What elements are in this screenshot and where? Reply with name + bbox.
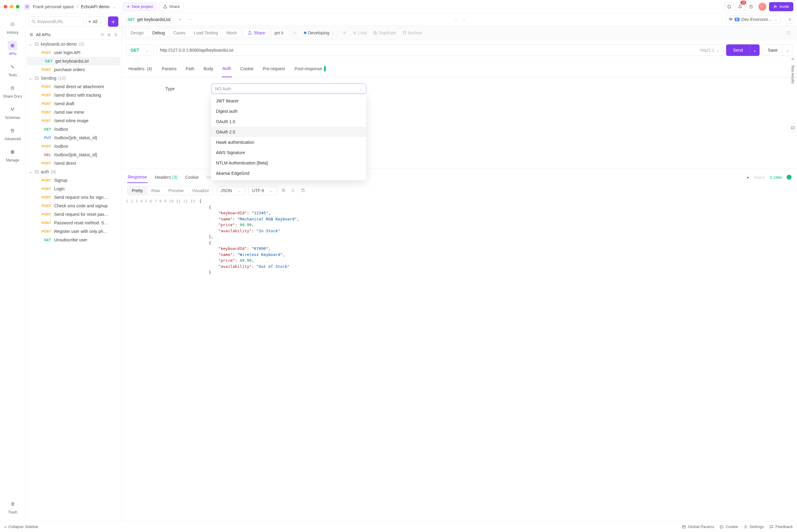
breadcrumb-project[interactable]: EchoAPI demo [81,4,109,9]
collapse-sidebar-button[interactable]: « Collapse Sidebar [4,525,38,529]
status-select[interactable]: Developing ⌄ [301,28,338,37]
mode-cases[interactable]: Cases [169,28,190,37]
folder-keyboardlist-demo[interactable]: ⌄keyboardList-demo (3) [25,40,122,48]
minimize-window-icon[interactable] [10,5,13,8]
mode-mock[interactable]: Mock [222,28,241,37]
info-icon[interactable] [785,31,793,35]
avatar[interactable] [758,2,766,11]
api-item[interactable]: POST/send raw mime [25,108,122,116]
tab-resp-headers[interactable]: Headers (3) [154,172,178,183]
chevron-down-icon[interactable]: ⌄ [749,45,760,56]
refresh-icon[interactable]: ⟳ [101,32,104,37]
method-select[interactable]: GET ⌄ [126,44,154,56]
chevron-down-icon[interactable]: ⌄ [782,45,793,56]
api-item[interactable]: POST/send direct w/ attachment [25,82,122,91]
rail-schemas[interactable]: Schemas [3,101,22,123]
api-item[interactable]: POSTSignup [25,176,122,185]
view-raw[interactable]: Raw [147,186,164,195]
filter-select[interactable]: All ⌄ [86,16,106,27]
rail-trash[interactable]: Trash [0,496,25,517]
breadcrumb-space[interactable]: Frank personal space [33,4,74,9]
mode-design[interactable]: Design [126,28,148,37]
tab-path[interactable]: Path [185,60,195,77]
name-input[interactable]: get k [272,28,289,37]
auth-option[interactable]: NTLM Authentication [Beta] [211,158,366,168]
sort-icon[interactable]: ⇅ [114,32,118,37]
auth-option[interactable]: Digest auth [211,106,366,116]
send-button[interactable]: Send ⌄ [726,44,760,56]
api-item[interactable]: POST/send direct with tracking [25,91,122,99]
search-input[interactable]: Keyword/URL [29,16,84,27]
archive-button[interactable]: Archive [401,31,424,35]
tab-next-icon[interactable]: › [462,17,467,22]
response-body[interactable]: 1 2 3 4 5 6 7 8 9 10 11 12 13 [ { "keybo… [122,198,797,279]
auth-type-select[interactable]: NO Auth ⌄ [211,83,366,94]
api-item[interactable]: POSTRegister user with only ph… [25,227,122,235]
locate-icon[interactable]: ⊕ [107,32,111,37]
feedback-button[interactable]: Feedback [769,525,793,529]
tab-resp-cookie[interactable]: Cookie [185,172,199,183]
mode-debug[interactable]: Debug [148,28,169,37]
api-item[interactable]: POST/send direct [25,159,122,168]
new-project-button[interactable]: ＋ New project [122,2,157,11]
auth-option[interactable]: OAuth 2.0 [211,127,366,137]
api-item[interactable]: POST/send draft [25,99,122,108]
notifications-icon[interactable]: 19 [736,2,745,11]
copy-response-icon[interactable] [280,187,287,194]
close-window-icon[interactable] [4,5,7,8]
api-item[interactable]: PUT/outbox/{job_status_id} [25,133,122,142]
tab-more-icon[interactable]: ⋯ [187,16,194,23]
share-api-button[interactable]: Share [244,28,269,37]
folder-auth[interactable]: ⌄auth (8) [25,168,122,176]
view-pretty[interactable]: Pretty [128,186,147,195]
api-item[interactable]: DEL/outbox/{job_status_id} [25,151,122,159]
charset-select[interactable]: UTF-8 ⌄ [248,186,277,195]
api-item[interactable]: POSTSend request sms for sign… [25,193,122,202]
api-item[interactable]: POSTPassword reset method. S… [25,218,122,227]
auth-option[interactable]: Hawk authentication [211,137,366,148]
rail-apis[interactable]: APIs [3,38,22,59]
share-project-button[interactable]: Share [159,2,184,11]
add-api-button[interactable]: ＋ [108,16,118,27]
tab-active[interactable]: GET get keyboardsList [125,15,173,24]
test-results-tab[interactable]: Test results [791,65,795,83]
rail-advanced[interactable]: Advanced [3,123,22,144]
tab-auth[interactable]: Auth [222,60,232,77]
auth-option[interactable]: AWS Signature [211,148,366,158]
rail-sharedocs[interactable]: Share Docs [3,80,22,101]
environment-select[interactable]: D Dev Environm… ⌄ [726,16,781,23]
auth-option[interactable]: Akamai EdgeGrid [211,168,366,178]
rail-tests[interactable]: Tests [3,59,22,80]
api-item[interactable]: POSTCheck sms code and signup [25,202,122,210]
api-item[interactable]: POSTLogin [25,185,122,193]
global-params-button[interactable]: Global Params [682,525,714,529]
rail-history[interactable]: History [3,16,22,38]
api-item[interactable]: GETUnsubscribe user [25,235,122,244]
url-input[interactable]: http://127.0.0.1:8080/api/keyboardsList … [157,44,723,56]
lock-button[interactable]: Lock [351,31,369,35]
tab-response[interactable]: Response [127,171,148,183]
auth-option[interactable]: JWT Bearer [211,96,366,106]
auth-option[interactable]: OAuth 1.0 [211,116,366,127]
download-icon[interactable]: ↓ [787,175,792,180]
tab-prev-icon[interactable]: ‹ [453,17,459,22]
view-preview[interactable]: Preview [164,186,188,195]
chevron-down-icon[interactable]: ⌄ [113,4,116,9]
tab-headers[interactable]: Headers (4) [127,60,153,77]
invite-button[interactable]: Invite [769,2,793,11]
all-apis-header[interactable]: All APIs ⟳ ⊕ ⇅ [25,30,122,40]
api-item[interactable]: POSTuser login API [25,48,122,57]
save-response-icon[interactable] [300,187,306,194]
save-button[interactable]: Save ⌄ [763,44,793,56]
tab-pre-request[interactable]: Pre-request [262,60,285,77]
format-response-icon[interactable] [290,187,297,194]
api-item[interactable]: POSTpurchase orders [25,65,122,74]
add-tab-button[interactable]: ＋ [177,16,184,23]
maximize-window-icon[interactable] [16,5,19,8]
sync-icon[interactable] [725,2,734,11]
duplicate-button[interactable]: Duplicate [371,31,398,35]
api-item[interactable]: GETget keyboardsList [27,57,120,65]
tab-body[interactable]: Body [203,60,214,77]
api-item[interactable]: POSTSend request for reset pas… [25,210,122,218]
tab-params[interactable]: Params [161,60,177,77]
